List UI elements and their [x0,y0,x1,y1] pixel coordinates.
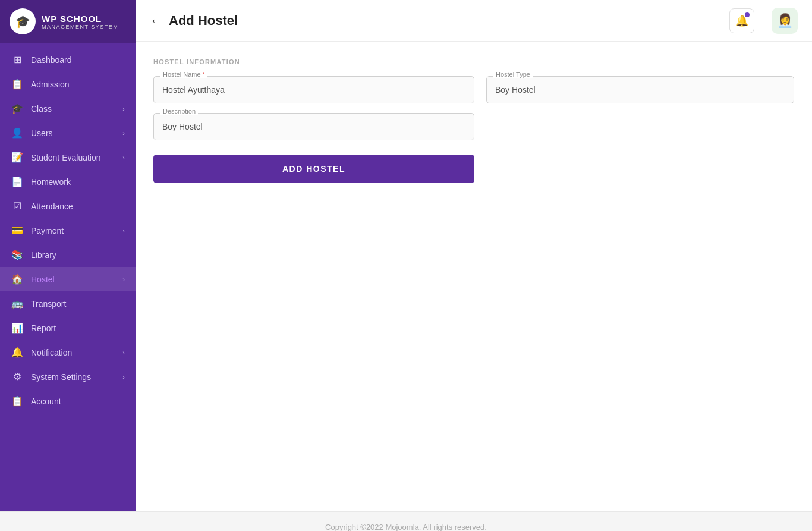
form-row-2: Description [153,113,794,140]
sidebar-nav: ⊞Dashboard📋Admission🎓Class›👤Users›📝Stude… [0,43,136,511]
sidebar-item-payment[interactable]: 💳Payment› [0,218,136,243]
hostel-type-field: Hostel Type [486,76,794,103]
topbar-divider [763,10,763,32]
transport-icon: 🚌 [11,298,24,309]
sidebar-item-admission[interactable]: 📋Admission [0,72,136,96]
report-icon: 📊 [11,322,24,334]
homework-icon: 📄 [11,176,24,187]
admission-icon: 📋 [11,78,24,90]
sidebar-label-transport: Transport [31,299,125,309]
topbar-actions: 🔔 👩‍💼 [729,8,798,34]
sidebar-label-hostel: Hostel [31,275,115,284]
footer-text: Copyright ©2022 Mojoomla. All rights res… [325,523,487,531]
sidebar-item-transport[interactable]: 🚌Transport [0,291,136,316]
logo-icon: 🎓 [10,8,36,34]
hostel-name-label: Hostel Name * [160,71,207,78]
hostel-type-label: Hostel Type [493,71,533,78]
sidebar-label-library: Library [31,250,125,260]
sidebar-item-hostel[interactable]: 🏠Hostel› [0,267,136,291]
sidebar-label-homework: Homework [31,177,125,187]
notification-bell-button[interactable]: 🔔 [729,8,754,33]
library-icon: 📚 [11,249,24,260]
footer: Copyright ©2022 Mojoomla. All rights res… [0,511,812,531]
back-button[interactable]: ← [150,13,163,29]
form-row-1: Hostel Name * Hostel Type [153,76,794,103]
sidebar-label-payment: Payment [31,226,115,235]
chevron-right-icon: › [122,349,125,356]
sidebar: 🎓 WP SCHOOL MANAGEMENT SYSTEM ⊞Dashboard… [0,0,136,511]
class-icon: 🎓 [11,103,24,114]
sidebar-item-student-eval[interactable]: 📝Student Evaluation› [0,145,136,169]
main-content: ← Add Hostel 🔔 👩‍💼 HOSTEL INFORMATION [136,0,812,511]
bell-badge [745,12,750,17]
hostel-icon: 🏠 [11,274,24,285]
hostel-name-input[interactable] [153,76,474,103]
description-input[interactable] [153,113,474,140]
chevron-right-icon: › [122,154,125,161]
sidebar-item-users[interactable]: 👤Users› [0,121,136,145]
system-settings-icon: ⚙ [11,371,24,382]
hostel-name-field: Hostel Name * [153,76,474,103]
page-title-area: ← Add Hostel [150,13,722,29]
account-icon: 📋 [11,395,24,407]
chevron-right-icon: › [122,105,125,112]
dashboard-icon: ⊞ [11,54,24,65]
chevron-right-icon: › [122,130,125,137]
sidebar-label-attendance: Attendance [31,202,125,211]
sidebar-label-account: Account [31,397,125,406]
sidebar-item-report[interactable]: 📊Report [0,316,136,340]
add-hostel-button[interactable]: ADD HOSTEL [153,155,474,183]
section-label: HOSTEL INFORMATION [153,58,794,65]
brand-sub: MANAGEMENT SYSTEM [42,24,118,30]
sidebar-label-notification: Notification [31,348,115,357]
avatar-emoji: 👩‍💼 [777,13,793,29]
notification-icon: 🔔 [11,347,24,358]
sidebar-label-report: Report [31,323,125,333]
sidebar-item-notification[interactable]: 🔔Notification› [0,340,136,365]
sidebar-label-student-eval: Student Evaluation [31,153,115,162]
description-label: Description [160,108,198,115]
sidebar-item-attendance[interactable]: ☑Attendance [0,194,136,218]
attendance-icon: ☑ [11,200,24,212]
page-content: HOSTEL INFORMATION Hostel Name * Hostel … [136,42,812,511]
chevron-right-icon: › [122,373,125,381]
sidebar-label-class: Class [31,104,115,114]
page-title: Add Hostel [169,13,238,29]
users-icon: 👤 [11,127,24,139]
hostel-type-input[interactable] [486,76,794,103]
student-eval-icon: 📝 [11,152,24,163]
user-avatar-button[interactable]: 👩‍💼 [772,8,798,34]
sidebar-label-admission: Admission [31,80,125,89]
sidebar-item-dashboard[interactable]: ⊞Dashboard [0,48,136,72]
sidebar-item-homework[interactable]: 📄Homework [0,169,136,194]
topbar: ← Add Hostel 🔔 👩‍💼 [136,0,812,42]
sidebar-item-class[interactable]: 🎓Class› [0,96,136,121]
sidebar-label-system-settings: System Settings [31,372,115,382]
description-field: Description [153,113,474,140]
sidebar-label-dashboard: Dashboard [31,55,125,65]
sidebar-item-system-settings[interactable]: ⚙System Settings› [0,365,136,389]
chevron-right-icon: › [122,276,125,283]
logo-text: WP SCHOOL MANAGEMENT SYSTEM [42,14,118,30]
brand-name: WP SCHOOL [42,14,118,24]
sidebar-item-account[interactable]: 📋Account [0,389,136,413]
sidebar-item-library[interactable]: 📚Library [0,243,136,267]
sidebar-label-users: Users [31,128,115,138]
payment-icon: 💳 [11,225,24,236]
logo[interactable]: 🎓 WP SCHOOL MANAGEMENT SYSTEM [0,0,136,43]
chevron-right-icon: › [122,227,125,234]
